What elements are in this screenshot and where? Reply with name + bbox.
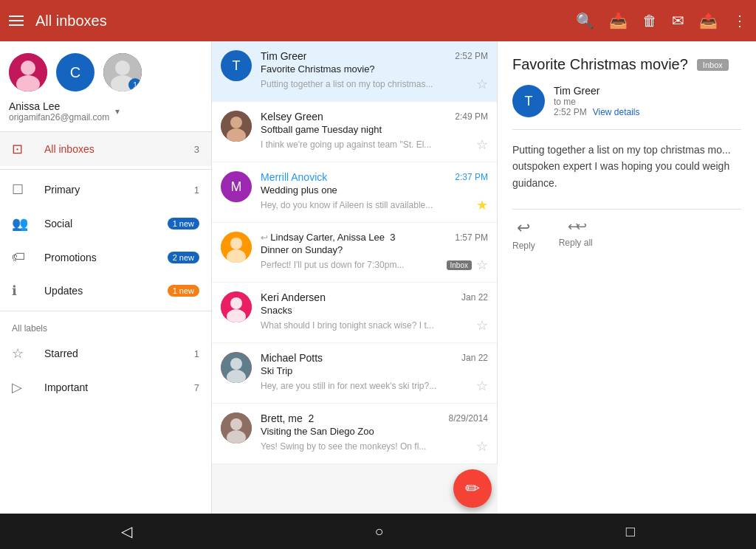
email-star[interactable]: ☆ (476, 438, 488, 455)
email-preview-row: Hey, do you know if Aileen is still avai… (261, 197, 488, 213)
email-star[interactable]: ☆ (476, 76, 488, 92)
email-time: 2:52 PM (455, 51, 488, 61)
sidebar-item-social[interactable]: 👥 Social 1 new (0, 207, 211, 241)
mail-icon[interactable]: ✉ (672, 12, 684, 30)
sidebar-label-primary: Primary (44, 184, 194, 196)
archive-icon[interactable]: 📥 (609, 12, 628, 30)
main-content: C 1 Anissa Lee origamifan26@gma (0, 41, 756, 514)
email-star[interactable]: ☆ (476, 317, 488, 334)
email-list: T Tim Greer 2:52 PM Favorite Christmas m… (212, 41, 498, 464)
email-avatar (221, 291, 252, 322)
more-icon[interactable]: ⋮ (732, 12, 747, 30)
avatar-row: C 1 (9, 53, 202, 92)
sidebar-item-promotions[interactable]: 🏷 Promotions 2 new (0, 241, 211, 274)
home-button[interactable]: ○ (357, 517, 401, 546)
email-star[interactable]: ☆ (476, 137, 488, 153)
email-item[interactable]: Keri Andersen Jan 22 Snacks What should … (212, 283, 497, 343)
sidebar-count-primary: 1 (194, 184, 199, 196)
detail-body-text: Putting together a list on my top christ… (512, 142, 741, 191)
email-header: Keri Andersen Jan 22 (261, 291, 488, 303)
avatar-c[interactable]: C (56, 53, 94, 92)
email-sender: Tim Greer (261, 50, 306, 62)
email-header: Kelsey Green 2:49 PM (261, 111, 488, 122)
email-subject: Snacks (261, 305, 488, 316)
email-avatar (221, 232, 252, 263)
sidebar-label-important: Important (44, 381, 194, 393)
avatar-brett (221, 412, 252, 443)
reply-all-label: Reply all (559, 238, 593, 248)
email-avatar (221, 352, 252, 383)
sidebar-item-all-inboxes[interactable]: ⊡ All inboxes 3 (0, 132, 211, 166)
hamburger-menu[interactable] (9, 15, 24, 26)
all-labels-header: All labels (0, 314, 211, 336)
email-preview-row: Hey, are you still in for next week's sk… (261, 378, 488, 394)
search-icon[interactable]: 🔍 (576, 12, 594, 30)
reply-button[interactable]: ↩ Reply (512, 218, 535, 251)
email-item[interactable]: Kelsey Green 2:49 PM Softball game Tuesd… (212, 102, 497, 162)
bottom-nav: ◁ ○ □ (0, 514, 756, 549)
detail-subject: Favorite Christmas movie? (512, 56, 688, 73)
delete-icon[interactable]: 🗑 (642, 13, 657, 30)
email-item[interactable]: M Merrill Anovick 2:37 PM Wedding plus o… (212, 162, 497, 223)
starred-icon: ☆ (12, 345, 32, 362)
email-star[interactable]: ☆ (476, 378, 488, 394)
account-dropdown-icon[interactable]: ▾ (115, 106, 120, 117)
email-body: Kelsey Green 2:49 PM Softball game Tuesd… (261, 111, 488, 153)
email-sender: Keri Andersen (261, 291, 326, 303)
top-bar: All inboxes 🔍 📥 🗑 ✉ 📤 ⋮ (0, 0, 756, 41)
sidebar-label-updates: Updates (44, 285, 168, 297)
avatar-kelsey (221, 111, 252, 142)
view-details-link[interactable]: View details (593, 107, 640, 117)
sidebar-item-important[interactable]: ▷ Important 7 (0, 370, 211, 404)
detail-sender-info: Tim Greer to me 2:52 PM View details (554, 85, 640, 117)
avatar-primary[interactable] (9, 53, 47, 92)
sidebar-item-starred[interactable]: ☆ Starred 1 (0, 336, 211, 370)
email-subject: Wedding plus one (261, 184, 488, 196)
email-sender: Brett, me 2 (261, 412, 314, 424)
compose-fab[interactable]: ✏ (453, 469, 492, 508)
email-preview-row: Yes! Swing by to see the monkeys! On fl.… (261, 438, 488, 455)
reply-all-icon: ↩↩ (568, 218, 584, 235)
detail-time: 2:52 PM (554, 107, 587, 117)
email-subject: Visiting the San Diego Zoo (261, 426, 488, 437)
move-icon[interactable]: 📤 (699, 12, 718, 30)
email-sender: Kelsey Green (261, 111, 323, 122)
email-body: Keri Andersen Jan 22 Snacks What should … (261, 291, 488, 334)
top-bar-icons: 🔍 📥 🗑 ✉ 📤 ⋮ (576, 12, 747, 30)
detail-subject-row: Favorite Christmas movie? Inbox (512, 56, 741, 73)
email-item[interactable]: ↩ Lindsay Carter, Anissa Lee 3 1:57 PM D… (212, 223, 497, 283)
email-preview: Putting together a list on my top christ… (261, 79, 472, 89)
email-star[interactable]: ★ (476, 197, 488, 213)
back-button[interactable]: ◁ (103, 517, 150, 546)
email-item[interactable]: Michael Potts Jan 22 Ski Trip Hey, are y… (212, 343, 497, 404)
sidebar: C 1 Anissa Lee origamifan26@gma (0, 41, 212, 514)
sidebar-item-primary[interactable]: ☐ Primary 1 (0, 173, 211, 207)
detail-sender-row: T Tim Greer to me 2:52 PM View details (512, 85, 741, 117)
detail-to: to me (554, 97, 576, 107)
email-detail: Favorite Christmas movie? Inbox T Tim Gr… (498, 41, 756, 514)
promotions-icon: 🏷 (12, 249, 32, 265)
svg-point-16 (230, 358, 242, 370)
email-preview: Yes! Swing by to see the monkeys! On fl.… (261, 441, 472, 452)
email-star[interactable]: ☆ (476, 257, 488, 273)
email-avatar: T (221, 50, 252, 81)
reply-all-button[interactable]: ↩↩ Reply all (559, 218, 593, 251)
social-icon: 👥 (12, 215, 32, 232)
email-time: Jan 22 (461, 292, 488, 303)
sidebar-item-updates[interactable]: ℹ Updates 1 new (0, 274, 211, 308)
email-time: 8/29/2014 (449, 413, 488, 424)
email-preview: What should I bring tonight snack wise? … (261, 320, 472, 331)
email-avatar (221, 412, 252, 443)
email-header: Brett, me 2 8/29/2014 (261, 412, 488, 424)
email-header: ↩ Lindsay Carter, Anissa Lee 3 1:57 PM (261, 232, 488, 243)
email-subject: Favorite Christmas movie? (261, 63, 488, 75)
recent-button[interactable]: □ (608, 517, 653, 546)
inbox-icon: ⊡ (12, 141, 32, 157)
email-preview-row: I think we're going up against team "St.… (261, 137, 488, 153)
email-body: Brett, me 2 8/29/2014 Visiting the San D… (261, 412, 488, 455)
email-item[interactable]: T Tim Greer 2:52 PM Favorite Christmas m… (212, 41, 497, 102)
email-body: ↩ Lindsay Carter, Anissa Lee 3 1:57 PM D… (261, 232, 488, 273)
screen: All inboxes 🔍 📥 🗑 ✉ 📤 ⋮ (0, 0, 756, 549)
email-item[interactable]: Brett, me 2 8/29/2014 Visiting the San D… (212, 404, 497, 464)
avatar-third[interactable]: 1 (103, 53, 142, 92)
